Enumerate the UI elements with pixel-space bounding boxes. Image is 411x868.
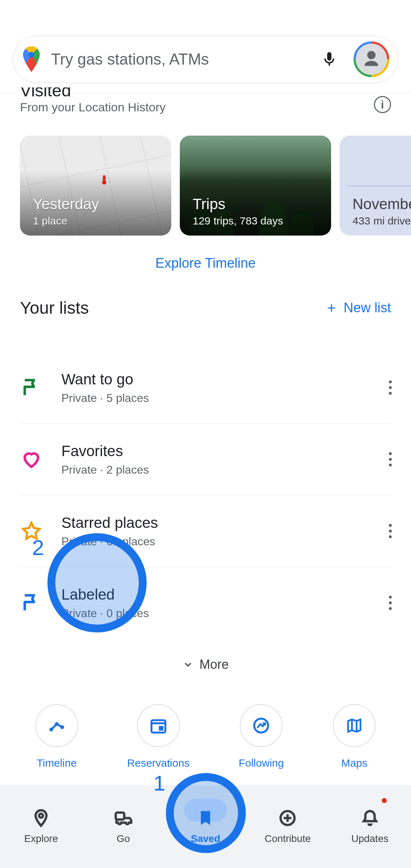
info-icon[interactable]: i <box>374 96 391 113</box>
overflow-menu-icon[interactable] <box>389 524 391 538</box>
voice-search-icon[interactable] <box>321 51 338 68</box>
tab-label: Contribute <box>265 833 311 844</box>
tab-contribute[interactable]: Contribute <box>247 785 329 868</box>
list-item-starred[interactable]: Starred places Private · 69 places <box>0 495 411 567</box>
following-icon <box>252 716 270 735</box>
annotation-number-1: 1 <box>153 771 165 796</box>
timeline-card-yesterday[interactable]: Yesterday 1 place <box>20 136 171 236</box>
tab-saved[interactable]: Saved <box>164 785 247 868</box>
overflow-menu-icon[interactable] <box>389 380 391 395</box>
svg-point-1 <box>29 52 34 57</box>
pin-icon <box>32 809 50 827</box>
quick-maps[interactable]: Maps <box>333 704 376 769</box>
list-meta: Private · 5 places <box>61 392 149 405</box>
tab-label: Saved <box>191 833 220 844</box>
quick-timeline[interactable]: Timeline <box>35 704 78 769</box>
plus-circle-icon <box>278 809 297 827</box>
plus-icon <box>325 302 338 314</box>
overflow-menu-icon[interactable] <box>389 596 391 610</box>
notification-badge <box>382 798 387 803</box>
your-lists-heading: Your lists <box>20 298 89 318</box>
quick-label: Following <box>239 757 284 769</box>
list-name: Want to go <box>61 371 149 388</box>
calendar-icon <box>149 716 168 735</box>
svg-point-8 <box>39 814 43 818</box>
svg-rect-9 <box>116 813 124 820</box>
card-subtitle: 129 trips, 783 days <box>193 215 283 227</box>
explore-timeline-link[interactable]: Explore Timeline <box>156 256 256 271</box>
list-meta: Private · 0 places <box>61 607 149 620</box>
maps-pin-icon <box>22 46 41 72</box>
tab-label: Explore <box>24 833 58 844</box>
timeline-cards-carousel[interactable]: Yesterday 1 place Trips 129 trips, 783 d… <box>0 114 411 236</box>
search-input[interactable]: Try gas stations, ATMs <box>51 50 321 68</box>
list-meta: Private · 2 places <box>61 463 149 476</box>
overflow-menu-icon[interactable] <box>389 452 391 466</box>
quick-label: Maps <box>341 757 367 769</box>
chevron-down-icon <box>182 659 194 670</box>
quick-following[interactable]: Following <box>239 704 284 769</box>
card-title: November <box>352 196 411 213</box>
bell-icon <box>361 809 379 827</box>
card-subtitle: 1 place <box>33 215 99 227</box>
timeline-card-month[interactable]: November 433 mi driven <box>340 136 411 236</box>
list-item-favorites[interactable]: Favorites Private · 2 places <box>0 424 411 495</box>
lists-container: Want to go Private · 5 places Favorites … <box>0 318 411 639</box>
list-meta: Private · 69 places <box>61 535 158 548</box>
card-subtitle: 433 mi driven <box>352 215 411 227</box>
search-bar[interactable]: Try gas stations, ATMs <box>13 36 398 83</box>
tab-label: Go <box>117 833 130 844</box>
visited-section: Visited From your Location History i Yes… <box>0 93 411 298</box>
card-title: Yesterday <box>33 196 99 213</box>
svg-rect-6 <box>159 726 163 730</box>
commute-icon <box>114 809 133 827</box>
new-list-button[interactable]: New list <box>325 300 391 316</box>
list-name: Starred places <box>61 514 158 531</box>
search-row: Try gas stations, ATMs <box>0 0 411 93</box>
quick-reservations[interactable]: Reservations <box>127 704 189 769</box>
tab-updates[interactable]: Updates <box>329 785 411 868</box>
new-list-label: New list <box>344 300 391 316</box>
bookmark-icon <box>196 809 215 827</box>
heart-icon <box>20 449 43 469</box>
person-icon <box>361 49 381 69</box>
list-item-labeled[interactable]: Labeled Private · 0 places <box>0 567 411 639</box>
more-label: More <box>199 657 229 672</box>
account-avatar[interactable] <box>354 41 389 77</box>
timeline-icon <box>47 716 66 735</box>
more-lists-button[interactable]: More <box>0 639 411 704</box>
quick-label: Timeline <box>37 757 77 769</box>
timeline-card-trips[interactable]: Trips 129 trips, 783 days <box>180 136 331 236</box>
flag-icon <box>20 593 43 613</box>
flag-icon <box>20 378 43 398</box>
card-title: Trips <box>193 196 283 213</box>
quick-label: Reservations <box>127 757 189 769</box>
bottom-tab-bar: Explore Go Saved Contribute Updates <box>0 785 411 868</box>
tab-explore[interactable]: Explore <box>0 785 82 868</box>
visited-title: Visited <box>20 87 166 97</box>
list-name: Favorites <box>61 443 149 460</box>
map-icon <box>345 716 364 735</box>
annotation-number-2: 2 <box>32 535 44 560</box>
list-name: Labeled <box>61 586 149 603</box>
list-item-want-to-go[interactable]: Want to go Private · 5 places <box>0 352 411 423</box>
visited-subtitle: From your Location History <box>20 100 166 114</box>
tab-label: Updates <box>351 833 389 844</box>
tab-go[interactable]: Go <box>82 785 164 868</box>
